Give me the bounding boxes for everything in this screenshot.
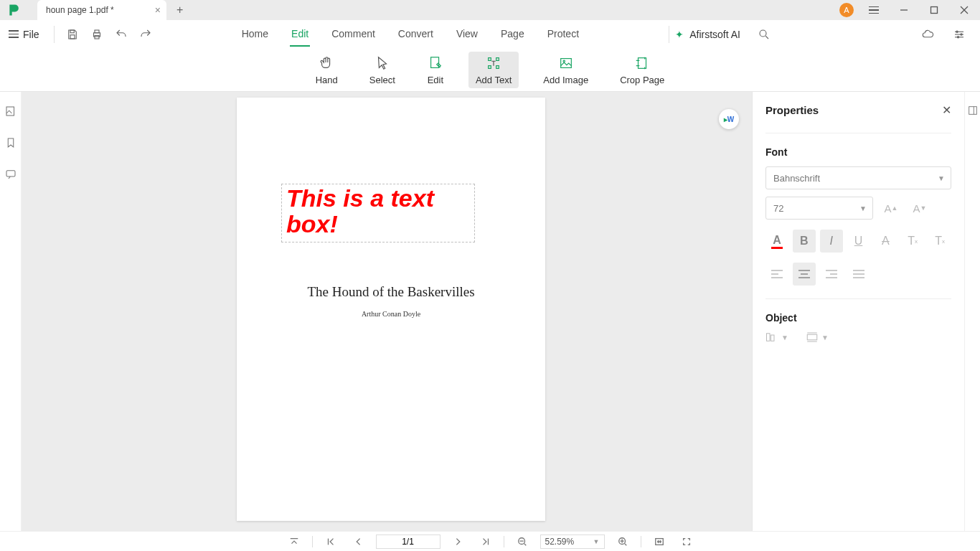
- properties-title: Properties: [765, 104, 819, 116]
- font-size-select[interactable]: 72 ▼: [765, 197, 873, 220]
- close-tab-icon[interactable]: ×: [155, 4, 161, 16]
- fit-width-icon[interactable]: [650, 534, 669, 550]
- italic-button[interactable]: I: [820, 230, 843, 253]
- hamburger-icon: [9, 30, 19, 38]
- svg-rect-40: [969, 107, 976, 115]
- svg-line-47: [524, 543, 526, 545]
- page-number-input[interactable]: [376, 534, 440, 549]
- chevron-down-icon: ▼: [859, 204, 867, 212]
- svg-rect-20: [639, 58, 646, 69]
- tool-add-text[interactable]: Add Text: [468, 52, 519, 88]
- underline-button[interactable]: U: [847, 230, 870, 253]
- tool-crop-page[interactable]: Crop Page: [613, 52, 672, 88]
- next-page-icon[interactable]: [449, 534, 468, 550]
- tool-hand[interactable]: Hand: [308, 52, 345, 88]
- main-tabs: Home Edit Comment Convert View Page Prot…: [158, 22, 664, 47]
- svg-point-14: [956, 31, 958, 32]
- print-button[interactable]: [85, 22, 109, 47]
- scroll-top-icon[interactable]: [285, 534, 303, 550]
- separator: [54, 26, 55, 43]
- hand-icon: [318, 55, 335, 72]
- align-right-button[interactable]: [820, 263, 843, 286]
- save-button[interactable]: [60, 22, 85, 47]
- panel-toggle-icon[interactable]: [967, 105, 979, 119]
- superscript-button[interactable]: Tx: [901, 230, 924, 253]
- new-tab-button[interactable]: +: [176, 4, 183, 17]
- font-section-title: Font: [765, 146, 951, 158]
- document-author: Arthur Conan Doyle: [237, 310, 545, 318]
- text-box[interactable]: This is a text box!: [281, 184, 475, 242]
- first-page-icon[interactable]: [321, 534, 340, 550]
- svg-rect-36: [771, 335, 775, 341]
- object-distribute-button[interactable]: ▼: [806, 332, 829, 342]
- svg-rect-37: [807, 334, 817, 340]
- tab-home[interactable]: Home: [240, 22, 270, 47]
- svg-rect-22: [6, 171, 15, 176]
- svg-point-9: [760, 30, 766, 37]
- ai-button[interactable]: ✦ Afirstsoft AI: [675, 22, 785, 47]
- svg-rect-5: [70, 34, 75, 38]
- svg-line-10: [765, 36, 768, 39]
- properties-panel: Properties ✕ Font Bahnschrift ▼ 72 ▼ A▲ …: [752, 92, 964, 531]
- zoom-in-icon[interactable]: [613, 534, 632, 550]
- font-family-select[interactable]: Bahnschrift ▼: [765, 166, 951, 189]
- bookmarks-icon[interactable]: [4, 136, 17, 149]
- tab-convert[interactable]: Convert: [397, 22, 435, 47]
- tool-select[interactable]: Select: [362, 52, 402, 88]
- document-canvas[interactable]: This is a text box! The Hound of the Bas…: [22, 92, 752, 531]
- document-tab[interactable]: houn page 1.pdf * ×: [37, 0, 166, 20]
- close-properties-icon[interactable]: ✕: [942, 103, 951, 117]
- tool-add-image[interactable]: Add Image: [536, 52, 595, 88]
- zoom-out-icon[interactable]: [513, 534, 532, 550]
- minimize-button[interactable]: [894, 0, 914, 20]
- align-center-button[interactable]: [793, 263, 816, 286]
- edit-toolbar: Hand Select Edit Add Text Add Image Crop…: [0, 49, 980, 92]
- prev-page-icon[interactable]: [349, 534, 367, 550]
- app-logo: [6, 1, 23, 19]
- file-menu-button[interactable]: File: [0, 29, 48, 40]
- align-justify-button[interactable]: [847, 263, 870, 286]
- cloud-icon[interactable]: [915, 22, 940, 47]
- left-sidebar: [0, 92, 22, 531]
- statusbar: 52.59%▼: [0, 531, 980, 551]
- zoom-select[interactable]: 52.59%▼: [540, 534, 605, 549]
- font-color-button[interactable]: A: [765, 230, 788, 253]
- subscript-button[interactable]: Tx: [928, 230, 951, 253]
- menubar: File Home Edit Comment Convert View Page…: [0, 20, 980, 49]
- last-page-icon[interactable]: [476, 534, 495, 550]
- decrease-font-icon[interactable]: A▼: [909, 197, 930, 219]
- fit-page-icon[interactable]: [677, 534, 696, 550]
- svg-rect-18: [560, 59, 571, 68]
- undo-button[interactable]: [109, 22, 133, 47]
- document-title: The Hound of the Baskervilles: [237, 284, 545, 300]
- strikethrough-button[interactable]: A: [874, 230, 897, 253]
- app-menu-icon[interactable]: [864, 0, 884, 20]
- tab-protect[interactable]: Protect: [546, 22, 580, 47]
- close-window-button[interactable]: [954, 0, 974, 20]
- svg-point-19: [563, 60, 565, 62]
- word-convert-badge[interactable]: ▸W: [719, 109, 739, 129]
- comments-icon[interactable]: [4, 168, 17, 181]
- tab-view[interactable]: View: [455, 22, 479, 47]
- align-left-button[interactable]: [765, 263, 788, 286]
- tab-comment[interactable]: Comment: [330, 22, 377, 47]
- cursor-icon: [374, 55, 391, 72]
- bold-button[interactable]: B: [793, 230, 816, 253]
- search-icon[interactable]: [752, 22, 776, 47]
- titlebar: houn page 1.pdf * × + A: [0, 0, 980, 20]
- workarea: This is a text box! The Hound of the Bas…: [0, 92, 980, 531]
- svg-rect-35: [767, 334, 771, 342]
- user-avatar[interactable]: A: [839, 3, 854, 17]
- crop-icon: [633, 55, 651, 72]
- maximize-button[interactable]: [924, 0, 944, 20]
- settings-toggle-icon[interactable]: [947, 22, 971, 47]
- tab-edit[interactable]: Edit: [290, 22, 310, 47]
- increase-font-icon[interactable]: A▲: [880, 197, 902, 219]
- thumbnails-icon[interactable]: [4, 105, 17, 118]
- tab-page[interactable]: Page: [499, 22, 526, 47]
- object-align-button[interactable]: ▼: [765, 332, 788, 342]
- redo-button[interactable]: [133, 22, 158, 47]
- chevron-down-icon: ▼: [938, 174, 945, 182]
- page: This is a text box! The Hound of the Bas…: [237, 98, 545, 521]
- tool-edit[interactable]: Edit: [420, 52, 451, 88]
